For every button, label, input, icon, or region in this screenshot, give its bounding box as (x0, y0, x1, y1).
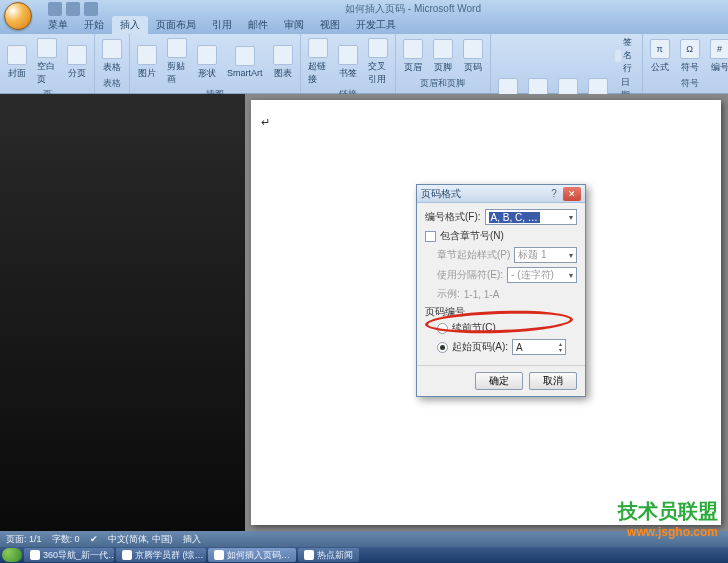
shapes-icon (197, 45, 217, 65)
start-at-label: 起始页码(A): (452, 340, 508, 354)
bookmark-button[interactable]: 书签 (335, 43, 361, 82)
hyperlink-button[interactable]: 超链接 (305, 36, 331, 88)
text-cursor: ↵ (261, 116, 270, 129)
start-at-spinner[interactable]: A ▴▾ (512, 339, 566, 355)
cancel-button[interactable]: 取消 (529, 372, 577, 390)
footer-icon (433, 39, 453, 59)
group-pages: 封面 空白页 分页 页 (0, 34, 95, 93)
close-icon[interactable]: ✕ (563, 187, 581, 201)
signature-button[interactable]: 签名行 (615, 36, 638, 75)
chart-label: 图表 (274, 67, 292, 80)
task-label: 如何插入页码… (227, 549, 290, 562)
clipart-button[interactable]: 剪贴画 (164, 36, 190, 88)
tab-review[interactable]: 审阅 (276, 16, 312, 34)
status-page[interactable]: 页面: 1/1 (6, 533, 42, 546)
save-icon[interactable] (48, 2, 62, 16)
group-illustrations: 图片 剪贴画 形状 SmartArt 图表 插图 (130, 34, 301, 93)
tab-mailings[interactable]: 邮件 (240, 16, 276, 34)
task-label: 京腾学员群 (综… (135, 549, 204, 562)
tab-home[interactable]: 开始 (76, 16, 112, 34)
group-tables: 表格 表格 (95, 34, 130, 93)
chevron-down-icon: ▾ (569, 271, 573, 280)
tab-references[interactable]: 引用 (204, 16, 240, 34)
task-label: 360导航_新一代… (43, 549, 114, 562)
tab-menu[interactable]: 菜单 (40, 16, 76, 34)
group-headerfooter: 页眉 页脚 页码 页眉和页脚 (396, 34, 491, 93)
status-words[interactable]: 字数: 0 (52, 533, 80, 546)
clipart-label: 剪贴画 (167, 60, 187, 86)
dialog-body: 编号格式(F): A, B, C, … ▾ 包含章节号(N) 章节起始样式(P) (417, 203, 585, 365)
footer-button[interactable]: 页脚 (430, 37, 456, 76)
tab-developer[interactable]: 开发工具 (348, 16, 404, 34)
tab-layout[interactable]: 页面布局 (148, 16, 204, 34)
chart-icon (273, 45, 293, 65)
page-break-button[interactable]: 分页 (64, 43, 90, 82)
equation-icon: π (650, 39, 670, 59)
shapes-label: 形状 (198, 67, 216, 80)
bookmark-label: 书签 (339, 67, 357, 80)
number-button[interactable]: #编号 (707, 37, 728, 76)
blank-page-button[interactable]: 空白页 (34, 36, 60, 88)
picture-button[interactable]: 图片 (134, 43, 160, 82)
document-page[interactable]: ↵ 页码格式 ? ✕ 编号格式(F): A, B, C, … ▾ (251, 100, 721, 525)
task-item-chat[interactable]: 京腾学员群 (综… (116, 548, 206, 562)
spellcheck-icon[interactable]: ✔ (90, 534, 98, 544)
ribbon: 封面 空白页 分页 页 表格 表格 图片 剪贴画 形状 SmartArt 图表 … (0, 34, 728, 94)
ok-button[interactable]: 确定 (475, 372, 523, 390)
redo-icon[interactable] (84, 2, 98, 16)
office-button-container (0, 0, 40, 18)
crossref-label: 交叉引用 (368, 60, 388, 86)
pagenumber-button[interactable]: 页码 (460, 37, 486, 76)
navigation-pane (0, 94, 245, 531)
page-number-format-dialog: 页码格式 ? ✕ 编号格式(F): A, B, C, … ▾ 包含章节号(N (416, 184, 586, 397)
table-icon (102, 39, 122, 59)
format-label: 编号格式(F): (425, 210, 481, 224)
help-icon[interactable]: ? (547, 187, 561, 201)
quick-access-toolbar (48, 2, 98, 16)
header-icon (403, 39, 423, 59)
continue-radio[interactable] (437, 323, 448, 334)
office-button[interactable] (4, 2, 32, 30)
undo-icon[interactable] (66, 2, 80, 16)
chapter-style-label: 章节起始样式(P) (437, 248, 510, 262)
task-item-news[interactable]: 热点新闻 (298, 548, 359, 562)
picture-label: 图片 (138, 67, 156, 80)
symbol-button[interactable]: Ω符号 (677, 37, 703, 76)
status-mode[interactable]: 插入 (183, 533, 201, 546)
crossref-button[interactable]: 交叉引用 (365, 36, 391, 88)
document-area[interactable]: ↵ 页码格式 ? ✕ 编号格式(F): A, B, C, … ▾ (245, 94, 728, 531)
header-label: 页眉 (404, 61, 422, 74)
number-icon: # (710, 39, 728, 59)
workspace: ↵ 页码格式 ? ✕ 编号格式(F): A, B, C, … ▾ (0, 94, 728, 531)
task-item-browser[interactable]: 360导航_新一代… (24, 548, 114, 562)
signature-icon (615, 50, 621, 62)
table-button[interactable]: 表格 (99, 37, 125, 76)
chart-button[interactable]: 图表 (270, 43, 296, 82)
cover-page-icon (7, 45, 27, 65)
shapes-button[interactable]: 形状 (194, 43, 220, 82)
tab-view[interactable]: 视图 (312, 16, 348, 34)
format-value: A, B, C, … (489, 212, 540, 223)
start-at-value: A (516, 342, 523, 353)
word-icon (214, 550, 224, 560)
include-chapter-checkbox[interactable] (425, 231, 436, 242)
equation-button[interactable]: π公式 (647, 37, 673, 76)
tab-insert[interactable]: 插入 (112, 16, 148, 34)
spinner-buttons[interactable]: ▴▾ (559, 341, 562, 353)
picture-icon (137, 45, 157, 65)
bookmark-icon (338, 45, 358, 65)
cover-page-button[interactable]: 封面 (4, 43, 30, 82)
status-language[interactable]: 中文(简体, 中国) (108, 533, 173, 546)
header-button[interactable]: 页眉 (400, 37, 426, 76)
format-combobox[interactable]: A, B, C, … ▾ (485, 209, 577, 225)
pagenumber-label: 页码 (464, 61, 482, 74)
group-tables-label: 表格 (99, 77, 125, 91)
task-item-word[interactable]: 如何插入页码… (208, 548, 296, 562)
crossref-icon (368, 38, 388, 58)
separator-value: - (连字符) (511, 268, 554, 282)
start-at-radio[interactable] (437, 342, 448, 353)
start-button[interactable] (2, 548, 22, 562)
cover-page-label: 封面 (8, 67, 26, 80)
smartart-button[interactable]: SmartArt (224, 44, 266, 80)
dialog-titlebar[interactable]: 页码格式 ? ✕ (417, 185, 585, 203)
